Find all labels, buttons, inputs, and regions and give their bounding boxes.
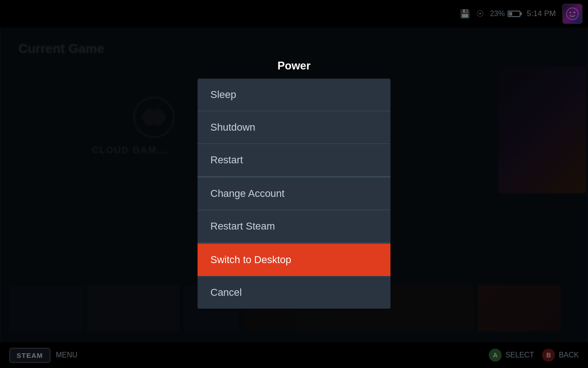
menu-item-cancel[interactable]: Cancel: [198, 276, 390, 309]
power-menu: Sleep Shutdown Restart Change Account Re…: [198, 79, 390, 309]
restart-label: Restart: [210, 154, 243, 166]
change-account-label: Change Account: [210, 188, 284, 200]
dialog-title: Power: [198, 59, 390, 72]
menu-item-change-account[interactable]: Change Account: [198, 177, 390, 210]
menu-item-switch-desktop[interactable]: Switch to Desktop: [198, 243, 390, 276]
power-dialog: Power Sleep Shutdown Restart Change Acco…: [198, 59, 390, 309]
switch-desktop-label: Switch to Desktop: [210, 254, 291, 266]
shutdown-label: Shutdown: [210, 121, 255, 133]
menu-item-shutdown[interactable]: Shutdown: [198, 111, 390, 144]
menu-item-restart[interactable]: Restart: [198, 144, 390, 177]
cancel-label: Cancel: [210, 287, 242, 299]
menu-item-sleep[interactable]: Sleep: [198, 79, 390, 111]
sleep-label: Sleep: [210, 89, 236, 101]
restart-steam-label: Restart Steam: [210, 220, 275, 232]
menu-item-restart-steam[interactable]: Restart Steam: [198, 210, 390, 243]
